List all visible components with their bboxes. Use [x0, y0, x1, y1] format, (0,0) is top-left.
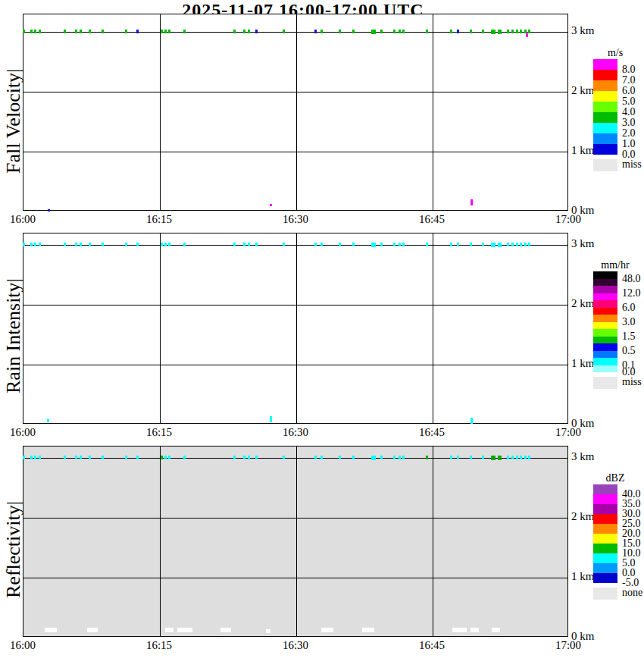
data-tick: [470, 243, 472, 246]
data-tick: [23, 456, 25, 459]
km-axis-label: 1 km: [571, 570, 594, 583]
data-tick: [516, 30, 518, 33]
data-tick: [64, 243, 66, 246]
data-tick: [161, 30, 163, 33]
time-axis-label: 16:30: [276, 639, 315, 652]
data-tick: [470, 456, 472, 459]
time-axis-label: 16:45: [412, 213, 452, 226]
data-tick: [450, 243, 452, 246]
data-tick: [80, 456, 82, 459]
data-tick: [248, 30, 250, 33]
data-tick: [80, 243, 82, 246]
data-tick: [498, 243, 502, 247]
data-speck: [470, 418, 473, 424]
colorbar-band: [593, 365, 617, 373]
data-blob: [321, 628, 333, 632]
data-tick: [164, 456, 167, 459]
colorbar-band: [593, 144, 617, 155]
colorbar-band: [593, 286, 617, 293]
data-speck: [526, 33, 528, 37]
data-blob: [492, 628, 500, 632]
data-tick: [30, 30, 33, 33]
time-axis-label: 16:00: [3, 639, 42, 652]
colorbar-band: [593, 343, 617, 351]
vertical-gridline: [296, 446, 297, 636]
colorbar-band: [593, 322, 617, 330]
data-tick: [168, 243, 170, 246]
data-tick: [34, 243, 36, 246]
data-tick: [164, 243, 167, 246]
data-blob: [470, 628, 479, 632]
data-tick: [507, 243, 509, 246]
colorbar-band: [593, 91, 617, 102]
data-tick: [339, 243, 341, 246]
data-tick: [314, 30, 317, 33]
colorbar-title-fall-velocity: m/s: [592, 47, 638, 59]
vertical-gridline: [296, 233, 297, 423]
data-tick: [136, 456, 139, 459]
time-axis-label: 16:30: [276, 426, 315, 439]
data-blob: [165, 628, 174, 632]
colorbar-band: [593, 59, 617, 70]
data-tick: [339, 30, 341, 33]
data-tick: [75, 243, 77, 246]
data-tick: [393, 456, 395, 459]
km-gridline: [23, 578, 567, 578]
data-tick: [516, 456, 518, 459]
time-axis-label: 16:30: [276, 213, 315, 226]
data-speck: [47, 419, 49, 422]
km-gridline: [23, 245, 567, 246]
data-tick: [30, 456, 33, 459]
data-tick: [511, 456, 514, 459]
colorbar-missing-swatch: [593, 588, 617, 600]
time-axis-label: 16:15: [139, 426, 179, 439]
data-tick: [168, 30, 170, 33]
data-tick: [399, 456, 401, 459]
data-tick: [320, 456, 323, 459]
data-tick: [23, 30, 25, 33]
km-axis-label: 3 km: [571, 24, 594, 37]
data-blob: [87, 628, 98, 632]
data-tick: [233, 456, 236, 459]
data-tick: [426, 456, 428, 459]
colorbar-value-label: 48.0: [622, 273, 641, 285]
data-tick: [511, 30, 514, 33]
data-tick: [482, 243, 484, 246]
colorbar-missing-label: miss: [622, 376, 642, 388]
data-tick: [89, 30, 91, 33]
km-gridline: [23, 32, 567, 33]
data-tick: [380, 30, 383, 33]
colorbar-band: [593, 358, 617, 365]
data-tick: [482, 30, 484, 33]
data-speck: [48, 209, 50, 212]
data-tick: [524, 456, 527, 459]
data-tick: [528, 30, 530, 33]
km-gridline: [23, 458, 567, 459]
data-tick: [283, 456, 285, 459]
data-tick: [470, 30, 472, 33]
time-axis-label: 16:15: [139, 639, 179, 652]
data-tick: [402, 30, 405, 33]
y-axis-title-fall-velocity: Fall Velocity|: [2, 68, 25, 173]
data-speck: [470, 199, 473, 205]
data-tick: [243, 456, 245, 459]
colorbar-band: [593, 133, 617, 144]
data-blob: [452, 628, 467, 632]
data-tick: [352, 30, 355, 33]
data-tick: [482, 456, 484, 459]
colorbar-band: [593, 271, 617, 279]
vertical-gridline: [160, 14, 161, 210]
colorbar-band: [593, 534, 617, 544]
data-tick: [164, 30, 167, 33]
colorbar-title-rain-intensity: mm/hr: [592, 259, 638, 271]
data-tick: [457, 456, 459, 459]
data-tick: [39, 456, 41, 459]
km-axis-label: 3 km: [571, 450, 594, 463]
colorbar-band: [593, 300, 617, 308]
km-gridline: [23, 365, 567, 365]
data-tick: [507, 456, 509, 459]
data-tick: [511, 243, 514, 246]
colorbar-value-label: 1.5: [622, 331, 636, 343]
km-axis-label: 2 km: [571, 84, 594, 97]
data-tick: [283, 243, 285, 246]
